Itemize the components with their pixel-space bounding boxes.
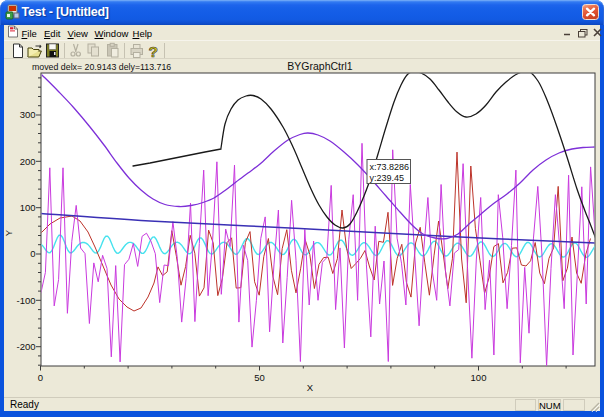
svg-text:300: 300 — [20, 109, 36, 120]
svg-text:y:239.45: y:239.45 — [370, 173, 405, 183]
svg-text:Y: Y — [4, 229, 14, 236]
svg-text:0: 0 — [30, 248, 35, 259]
svg-text:200: 200 — [20, 156, 36, 167]
svg-text:X: X — [307, 382, 314, 393]
svg-text:x:73.8286: x:73.8286 — [370, 162, 410, 172]
svg-text:100: 100 — [20, 202, 36, 213]
svg-text:-100: -100 — [16, 295, 35, 306]
svg-text:BYGraphCtrl1: BYGraphCtrl1 — [287, 60, 353, 72]
svg-text:-200: -200 — [16, 341, 35, 352]
svg-text:100: 100 — [471, 372, 487, 383]
svg-text:moved delx= 20.9143 dely=113.7: moved delx= 20.9143 dely=113.716 — [32, 62, 171, 72]
svg-text:?: ? — [149, 43, 158, 60]
svg-text:0: 0 — [38, 372, 43, 383]
svg-text:50: 50 — [254, 372, 265, 383]
